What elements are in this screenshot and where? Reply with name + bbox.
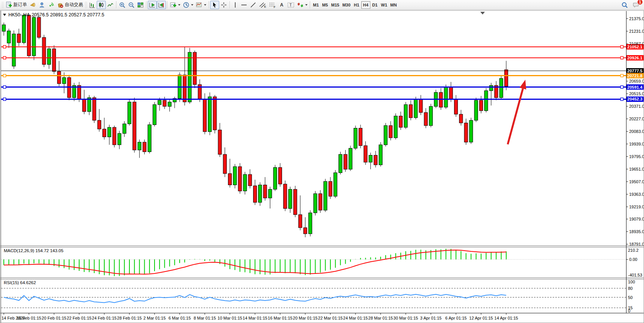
svg-text:50: 50 bbox=[628, 295, 633, 300]
chart-shift-icon bbox=[158, 2, 165, 8]
svg-text:21087.0: 21087.0 bbox=[629, 42, 644, 46]
vertical-line-tool[interactable] bbox=[231, 1, 239, 9]
toolbar-grip[interactable] bbox=[85, 2, 87, 8]
svg-text:14 Mar 01:15: 14 Mar 01:15 bbox=[243, 316, 268, 320]
search-icon bbox=[621, 2, 628, 8]
new-order-button[interactable]: 新订单 bbox=[4, 1, 28, 9]
zoom-in-icon bbox=[119, 2, 126, 8]
cursor-icon bbox=[211, 2, 218, 8]
horizontal-line-icon bbox=[241, 2, 247, 8]
zoom-out-button[interactable] bbox=[127, 1, 136, 9]
cursor-button[interactable] bbox=[210, 1, 219, 9]
chart-window: 21052.120926.120777.520721.820591.420452… bbox=[0, 10, 644, 323]
tf-m30-button[interactable]: M30 bbox=[341, 1, 352, 9]
svg-text:12 Apr 01:15: 12 Apr 01:15 bbox=[469, 316, 493, 320]
signal-icon bbox=[48, 2, 54, 8]
auto-scroll-button[interactable] bbox=[148, 1, 157, 9]
fibonacci-tool[interactable]: F bbox=[268, 1, 277, 9]
notifications-button[interactable]: 1 bbox=[631, 1, 641, 9]
svg-text:20721.8: 20721.8 bbox=[627, 74, 642, 78]
svg-text:6 Mar 01:15: 6 Mar 01:15 bbox=[169, 316, 191, 320]
svg-text:20515.0: 20515.0 bbox=[629, 91, 644, 96]
chart-shift-button[interactable] bbox=[157, 1, 166, 9]
auto-trading-button[interactable]: 自动交易 bbox=[56, 1, 84, 9]
toolbar-grip[interactable] bbox=[2, 2, 3, 8]
arrows-tool[interactable] bbox=[296, 1, 309, 9]
svg-text:19079.0: 19079.0 bbox=[629, 217, 644, 221]
svg-text:16 Feb 01:15: 16 Feb 01:15 bbox=[17, 316, 41, 320]
zoom-out-icon bbox=[128, 2, 135, 8]
line-chart-button[interactable] bbox=[106, 1, 115, 9]
candlestick-chart-icon bbox=[98, 2, 105, 8]
svg-text:22 Mar 01:15: 22 Mar 01:15 bbox=[318, 316, 343, 320]
equidistant-channel-icon: E bbox=[259, 2, 266, 8]
text-label-icon: T bbox=[287, 2, 295, 8]
svg-text:20926.1: 20926.1 bbox=[627, 56, 642, 60]
horizontal-line-tool[interactable] bbox=[239, 1, 249, 9]
tf-h1-button[interactable]: H1 bbox=[352, 1, 361, 9]
tile-windows-button[interactable] bbox=[136, 1, 145, 9]
svg-text:16 Mar 01:15: 16 Mar 01:15 bbox=[268, 316, 293, 320]
text-label-tool[interactable]: T bbox=[286, 1, 296, 9]
ticker-button[interactable] bbox=[28, 1, 37, 9]
svg-text:6 Apr 01:15: 6 Apr 01:15 bbox=[445, 316, 467, 320]
svg-text:19939.0: 19939.0 bbox=[629, 142, 644, 146]
text-tool-icon: A bbox=[280, 2, 284, 8]
svg-text:22 Feb 01:15: 22 Feb 01:15 bbox=[67, 316, 92, 320]
svg-text:20659.0: 20659.0 bbox=[629, 79, 644, 83]
candlestick-chart-button[interactable] bbox=[97, 1, 106, 9]
community-button[interactable] bbox=[37, 1, 46, 9]
svg-text:14 Apr 01:15: 14 Apr 01:15 bbox=[494, 316, 518, 320]
tf-m1-button[interactable]: M1 bbox=[311, 1, 320, 9]
tf-m15-button[interactable]: M15 bbox=[330, 1, 341, 9]
svg-text:F: F bbox=[274, 5, 276, 8]
tf-m5-button[interactable]: M5 bbox=[320, 1, 330, 9]
svg-text:3 Apr 01:15: 3 Apr 01:15 bbox=[420, 316, 442, 320]
svg-text:19795.0: 19795.0 bbox=[629, 154, 644, 159]
svg-text:20 Feb 01:15: 20 Feb 01:15 bbox=[42, 316, 67, 320]
tf-d1-button[interactable]: D1 bbox=[370, 1, 379, 9]
channel-tool[interactable]: E bbox=[258, 1, 268, 9]
auto-trading-label: 自动交易 bbox=[65, 2, 83, 8]
trendline-tool[interactable] bbox=[249, 1, 258, 9]
clock-icon bbox=[183, 2, 190, 8]
svg-text:20591.4: 20591.4 bbox=[627, 85, 643, 90]
svg-text:0: 0 bbox=[628, 309, 630, 313]
text-tool[interactable]: A bbox=[277, 1, 286, 9]
crosshair-button[interactable] bbox=[219, 1, 228, 9]
indicators-caret-icon bbox=[178, 4, 180, 6]
svg-text:80: 80 bbox=[628, 286, 633, 291]
templates-button[interactable] bbox=[194, 1, 207, 9]
svg-text:19219.0: 19219.0 bbox=[629, 205, 644, 209]
mt4-terminal: { "toolbar": { "new_order": "新订单", "auto… bbox=[0, 0, 644, 323]
tf-mn-button[interactable]: MN bbox=[389, 1, 398, 9]
svg-text:20777.5: 20777.5 bbox=[627, 69, 642, 73]
svg-text:19507.0: 19507.0 bbox=[629, 179, 644, 184]
svg-text:100: 100 bbox=[628, 280, 635, 284]
vertical-line-icon bbox=[232, 2, 238, 8]
periods-button[interactable] bbox=[182, 1, 194, 9]
svg-text:210.2: 210.2 bbox=[628, 248, 639, 253]
svg-text:30 Mar 01:15: 30 Mar 01:15 bbox=[394, 316, 418, 320]
megaphone-icon bbox=[29, 2, 36, 8]
bar-chart-icon bbox=[89, 2, 96, 8]
periods-caret-icon bbox=[191, 4, 193, 6]
bar-chart-button[interactable] bbox=[88, 1, 97, 9]
search-button[interactable] bbox=[620, 1, 629, 9]
svg-text:21375.0: 21375.0 bbox=[629, 16, 644, 21]
tf-h4-button[interactable]: H4 bbox=[361, 1, 370, 9]
tile-windows-icon bbox=[137, 2, 144, 8]
zoom-in-button[interactable] bbox=[118, 1, 127, 9]
svg-text:19363.0: 19363.0 bbox=[629, 192, 644, 197]
svg-text:24 Mar 01:15: 24 Mar 01:15 bbox=[343, 316, 368, 320]
signals-button[interactable] bbox=[46, 1, 56, 9]
crosshair-icon bbox=[220, 2, 227, 8]
indicators-button[interactable] bbox=[169, 1, 182, 9]
svg-text:20 Mar 01:15: 20 Mar 01:15 bbox=[293, 316, 318, 320]
svg-text:E: E bbox=[264, 5, 266, 8]
tf-w1-button[interactable]: W1 bbox=[379, 1, 389, 9]
new-order-icon bbox=[5, 2, 12, 8]
chart-canvas[interactable]: 21052.120926.120777.520721.820591.420452… bbox=[0, 10, 644, 323]
svg-text:T: T bbox=[290, 3, 292, 7]
trendline-icon bbox=[250, 2, 257, 8]
